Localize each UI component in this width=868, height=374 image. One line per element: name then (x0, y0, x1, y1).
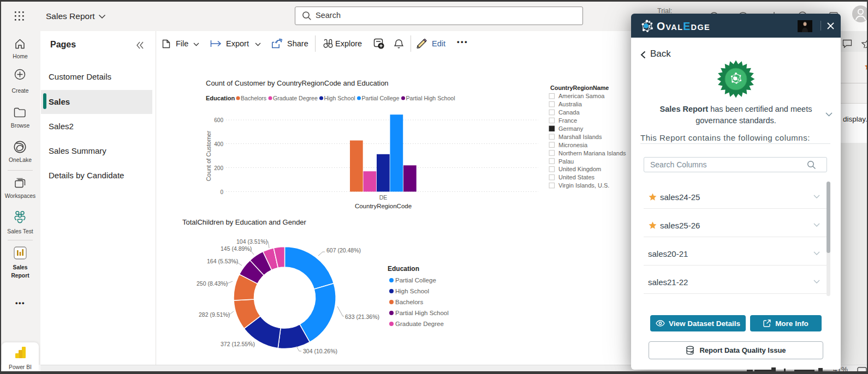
svg-text:DE: DE (379, 194, 388, 201)
svg-text:American Samoa: American Samoa (558, 93, 605, 99)
svg-text:Bachelors: Bachelors (395, 299, 423, 305)
svg-text:Graduate Degree: Graduate Degree (273, 95, 318, 101)
svg-text:Count of Customer by CountryRe: Count of Customer by CountryRegionCode a… (206, 79, 389, 87)
svg-text:Partial High School: Partial High School (406, 95, 455, 101)
svg-text:Partial High School: Partial High School (395, 310, 449, 316)
svg-text:Partial College: Partial College (362, 95, 400, 101)
svg-text:Canada: Canada (558, 109, 580, 116)
svg-text:High School: High School (324, 95, 355, 101)
svg-text:Graduate Degree: Graduate Degree (395, 321, 444, 327)
svg-text:250 (8.43%): 250 (8.43%) (197, 280, 228, 287)
svg-text:United States: United States (558, 174, 595, 180)
svg-text:633 (21.36%): 633 (21.36%) (345, 313, 379, 320)
svg-text:Virgin Islands, U.S.: Virgin Islands, U.S. (558, 182, 609, 189)
svg-text:Partial College: Partial College (395, 277, 436, 283)
svg-text:United Kingdom: United Kingdom (558, 166, 601, 172)
svg-text:600: 600 (214, 117, 223, 123)
svg-text:Northern Mariana Islands: Northern Mariana Islands (558, 150, 626, 156)
svg-text:High School: High School (395, 288, 429, 294)
svg-text:200: 200 (214, 165, 223, 171)
svg-text:TotalChildren by Education and: TotalChildren by Education and Gender (182, 218, 307, 226)
svg-text:Education: Education (388, 265, 419, 273)
svg-text:104 (3.51%): 104 (3.51%) (236, 238, 267, 245)
svg-text:Marshall Islands: Marshall Islands (558, 134, 602, 140)
svg-text:Education: Education (206, 95, 235, 101)
svg-text:282 (9.51%): 282 (9.51%) (199, 311, 230, 318)
svg-text:CountryRegionCode: CountryRegionCode (355, 203, 412, 209)
svg-text:Count of Customer: Count of Customer (205, 131, 212, 182)
svg-text:607 (20.48%): 607 (20.48%) (326, 247, 361, 254)
svg-text:304 (10.26%): 304 (10.26%) (303, 348, 337, 354)
svg-text:164 (5.53%): 164 (5.53%) (207, 258, 238, 264)
svg-text:145 (4.89%): 145 (4.89%) (221, 245, 252, 252)
svg-text:0: 0 (220, 189, 223, 195)
svg-text:400: 400 (214, 141, 223, 147)
svg-text:Micronesia: Micronesia (558, 142, 588, 148)
svg-text:Bachelors: Bachelors (241, 95, 266, 101)
svg-text:Australia: Australia (558, 101, 582, 107)
svg-text:Palau: Palau (558, 158, 574, 165)
svg-text:France: France (558, 117, 577, 124)
svg-text:CountryRegionName: CountryRegionName (550, 85, 609, 91)
svg-text:Germany: Germany (558, 125, 584, 132)
